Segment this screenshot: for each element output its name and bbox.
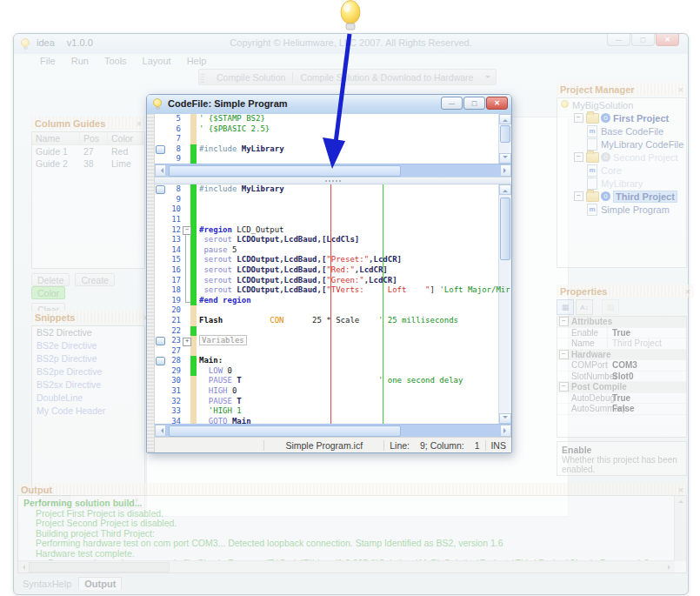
code-line[interactable]: 33 'HIGH 1: [155, 406, 511, 417]
minimize-button[interactable]: [607, 34, 630, 46]
tree-item-mylibrary-codefile[interactable]: MyLibrary CodeFile: [557, 137, 686, 151]
code-line[interactable]: 11: [155, 215, 511, 225]
scroll-right-icon[interactable]: [500, 164, 511, 177]
code-line[interactable]: 32 PAUSE T: [155, 397, 511, 407]
property-pages-button[interactable]: [602, 299, 619, 315]
code-line[interactable]: 20: [155, 305, 511, 316]
snippet-item[interactable]: BS2 Directive: [32, 326, 144, 339]
snippet-item[interactable]: BS2e Directive: [32, 339, 144, 352]
property-value[interactable]: False: [608, 404, 686, 413]
code-line[interactable]: 18 serout LCDOutput,LcdBaud,["TVerts: Lo…: [155, 285, 511, 296]
toolbar-overflow-icon[interactable]: [485, 76, 490, 81]
code-line[interactable]: 13 serout LCDOutput,LcdBaud,[LcdCls]: [155, 235, 511, 245]
maximize-button[interactable]: [631, 34, 655, 46]
scroll-up-icon[interactable]: [678, 498, 683, 503]
code-line[interactable]: 17 serout LCDOutput,LcdBaud,["Green:",Lc…: [155, 276, 511, 286]
code-line[interactable]: 14 pause 5: [155, 245, 511, 256]
property-row[interactable]: AutoDebugTrue: [557, 393, 686, 405]
output-log[interactable]: Performing solution build...Project Firs…: [17, 495, 687, 573]
minimize-button[interactable]: [441, 97, 463, 110]
tab-syntaxhelp[interactable]: SyntaxHelp: [17, 578, 77, 590]
color-guide-button[interactable]: Color: [31, 286, 65, 299]
maximize-button[interactable]: [463, 97, 485, 110]
property-row[interactable]: NameThird Project: [557, 338, 686, 350]
collapse-icon[interactable]: −: [559, 317, 569, 326]
property-row[interactable]: SlotNumberSlot0: [557, 372, 686, 383]
property-row[interactable]: COMPortCOM3: [557, 360, 686, 372]
fold-collapse-icon[interactable]: −: [183, 226, 191, 235]
scroll-right-icon[interactable]: [500, 425, 511, 437]
tree-item-base-codefile[interactable]: mBase CodeFile: [557, 124, 686, 137]
menu-item-file[interactable]: File: [40, 56, 56, 66]
collapse-icon[interactable]: −: [559, 382, 569, 392]
close-panel-icon[interactable]: [685, 286, 690, 297]
scroll-left-icon[interactable]: [155, 164, 166, 177]
property-value[interactable]: True: [608, 328, 686, 338]
column-guides-columns[interactable]: NamePosColor: [32, 132, 144, 145]
snippet-item[interactable]: BS2sx Directive: [32, 378, 144, 392]
fold-expand-icon[interactable]: +: [183, 338, 191, 346]
property-value[interactable]: True: [608, 393, 686, 403]
column-header[interactable]: Pos: [80, 132, 108, 144]
alphabetical-view-button[interactable]: [576, 299, 593, 315]
delete-guide-button[interactable]: Delete: [31, 273, 70, 286]
collapse-icon[interactable]: −: [574, 191, 583, 201]
close-button[interactable]: [656, 34, 679, 46]
collapse-icon[interactable]: −: [574, 152, 583, 162]
tree-item-simple-program[interactable]: mSimple Program: [557, 203, 686, 216]
code-line[interactable]: 12−#region LCD_Output: [155, 225, 511, 236]
column-header[interactable]: Color: [108, 132, 143, 144]
code-line[interactable]: 19#end region: [155, 296, 511, 306]
code-line[interactable]: 8#include MyLibrary: [155, 184, 511, 195]
tree-item-core[interactable]: mCore: [557, 164, 686, 177]
close-panel-icon[interactable]: [137, 118, 142, 129]
code-line[interactable]: 10: [155, 204, 511, 215]
guide-row[interactable]: Guide 238Lime: [32, 157, 144, 170]
close-panel-icon[interactable]: [678, 485, 683, 495]
tree-item-first-project[interactable]: −0First Project: [557, 111, 686, 124]
toolbar-grip-icon[interactable]: [201, 72, 204, 83]
bookmark-icon[interactable]: [156, 145, 165, 154]
menu-item-help[interactable]: Help: [187, 56, 207, 66]
column-guides-list[interactable]: NamePosColor Guide 127RedGuide 238Lime: [31, 131, 145, 269]
property-grid[interactable]: −AttributesEnableTrueNameThird Project−H…: [557, 316, 687, 438]
code-line[interactable]: 21Flash CON 25 * Scale ' 25 milliseconds: [155, 316, 511, 326]
editor-side-grip[interactable]: [147, 114, 155, 452]
scrollbar-thumb[interactable]: [29, 562, 170, 573]
collapse-icon[interactable]: −: [559, 350, 569, 359]
property-value[interactable]: COM3: [608, 360, 686, 370]
scroll-left-icon[interactable]: [20, 565, 25, 570]
property-row[interactable]: AutoSummaryFalse: [557, 404, 686, 415]
code-line[interactable]: 15 serout LCDOutput,LcdBaud,["Preset:",L…: [155, 255, 511, 265]
scroll-right-icon[interactable]: [668, 565, 673, 570]
bookmark-icon[interactable]: [156, 185, 165, 194]
code-line[interactable]: 9: [155, 195, 511, 205]
scroll-left-icon[interactable]: [155, 425, 166, 437]
menu-item-run[interactable]: Run: [71, 56, 89, 66]
code-line[interactable]: 23+Variables: [155, 336, 511, 346]
guide-row[interactable]: Guide 127Red: [32, 145, 144, 157]
code-line[interactable]: 31 HIGH 0: [155, 386, 511, 397]
collapse-icon[interactable]: −: [574, 113, 583, 123]
menu-item-tools[interactable]: Tools: [104, 56, 127, 66]
snippet-item[interactable]: BS2p Directive: [32, 352, 144, 365]
menu-item-layout[interactable]: Layout: [143, 56, 171, 66]
code-line[interactable]: 30 PAUSE T ' one second delay: [155, 376, 511, 386]
bookmark-icon[interactable]: [156, 337, 165, 345]
property-value[interactable]: Third Project: [608, 338, 686, 348]
scrollbar-thumb[interactable]: [169, 165, 401, 177]
snippet-item[interactable]: BS2pe Directive: [32, 365, 144, 378]
project-tree[interactable]: MyBigSolution−0First ProjectmBase CodeFi…: [557, 97, 687, 268]
code-line[interactable]: 27: [155, 346, 511, 357]
snippet-item[interactable]: My Code Header: [32, 405, 144, 418]
create-guide-button[interactable]: Create: [75, 273, 115, 286]
tree-item-mybigsolution[interactable]: MyBigSolution: [557, 98, 686, 111]
tab-output[interactable]: Output: [78, 577, 122, 590]
vertical-scrollbar[interactable]: [674, 496, 686, 561]
snippet-item[interactable]: DoubleLine: [32, 392, 144, 405]
code-line[interactable]: 29 LOW 0: [155, 366, 511, 377]
bookmark-icon[interactable]: [156, 357, 165, 365]
property-value[interactable]: Slot0: [608, 372, 686, 381]
scrollbar-thumb[interactable]: [169, 425, 401, 437]
property-row[interactable]: EnableTrue: [557, 328, 686, 339]
